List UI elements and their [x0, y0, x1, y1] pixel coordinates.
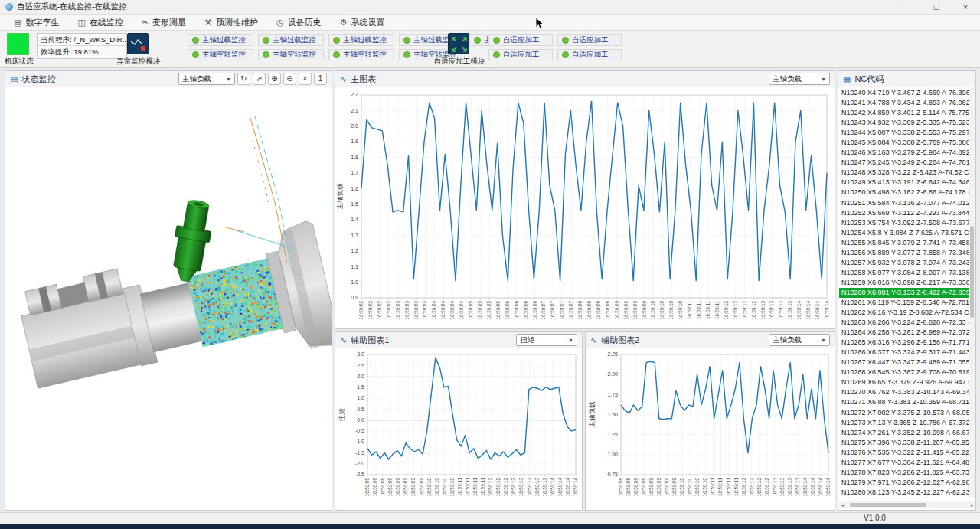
nc-line[interactable]: N10258 X5.977 Y-3.084 Z-8.097 A-73.138 — [839, 268, 969, 278]
nc-line[interactable]: N10254 X5.8 Y-3.084 Z-7.625 A-73.571 C — [839, 228, 969, 238]
svg-text:16:59:09: 16:59:09 — [642, 301, 647, 320]
nc-line[interactable]: N10247 X5.245 Y-3.249 Z-6.204 A-74.701 — [839, 158, 969, 168]
nc-line[interactable]: N10261 X6.119 Y-3.159 Z-8.546 A-72.701 — [839, 298, 969, 308]
toolbar: 机床状态 当前程序: /_N_WKS_DIR... 效率提升: 19.81% 异… — [0, 31, 980, 68]
menu-item-device-history[interactable]: ◷设备历史 — [267, 15, 331, 30]
nc-line[interactable]: N10245 X5.084 Y-3.308 Z-5.769 A-75.088 — [839, 138, 969, 148]
svg-text:0.75: 0.75 — [607, 472, 618, 477]
svg-text:16:59:08: 16:59:08 — [626, 478, 631, 497]
nc-line[interactable]: N10255 X5.845 Y-3.079 Z-7.741 A-73.458 — [839, 238, 969, 248]
adaptive-machining-badge: 自适应加工 — [488, 34, 553, 46]
svg-text:16:59:12: 16:59:12 — [741, 478, 746, 497]
export-view-button[interactable]: ⇗ — [253, 73, 266, 85]
nc-line[interactable]: N10276 X7.535 Y-3.322 Z-11.415 A-65.22 — [839, 448, 969, 458]
svg-text:1.7: 1.7 — [351, 170, 358, 175]
main-chart-signal-dropdown[interactable]: 主轴负载 ▼ — [769, 73, 830, 85]
adaptive-machining-module-icon[interactable] — [448, 33, 469, 54]
svg-text:16:59:03: 16:59:03 — [404, 301, 410, 320]
svg-text:3.0: 3.0 — [357, 351, 364, 357]
nc-hscroll-thumb[interactable] — [850, 503, 926, 507]
nc-line[interactable]: N10241 X4.788 Y-3.434 Z-4.893 A-76.062 — [839, 98, 969, 108]
nc-line[interactable]: N10256 X5.889 Y-3.077 Z-7.858 A-73.348 — [839, 248, 969, 258]
svg-text:16:59:12: 16:59:12 — [503, 478, 508, 497]
nc-line[interactable]: N10272 X7.002 Y-3.375 Z-10.573 A-68.05 — [839, 408, 969, 418]
nc-line[interactable]: N10252 X5.669 Y-3.112 Z-7.293 A-73.844 — [839, 208, 969, 218]
svg-text:16:59:09: 16:59:09 — [419, 478, 424, 497]
svg-text:16:59:02: 16:59:02 — [368, 301, 373, 320]
viewer-signal-dropdown[interactable]: 主轴负载 ▼ — [178, 73, 235, 85]
aux-chart1-signal-dropdown[interactable]: 扭矩 ▼ — [516, 334, 577, 346]
main-chart-canvas: 16:59:0216:59:0216:59:0216:59:0216:59:03… — [335, 87, 835, 328]
nc-vertical-scrollbar[interactable] — [969, 88, 975, 498]
nc-line[interactable]: N10275 X7.396 Y-3.338 Z-11.207 A-65.95 — [839, 438, 969, 448]
nc-line[interactable]: N10248 X5.328 Y-3.22 Z-6.423 A-74.52 C — [839, 168, 969, 178]
nc-line[interactable]: N10273 X7.13 Y-3.365 Z-10.786 A-67.372 — [839, 418, 969, 428]
svg-text:16:59:12: 16:59:12 — [511, 478, 516, 497]
nc-line[interactable]: N10249 X5.413 Y-3.191 Z-6.642 A-74.346 — [839, 178, 969, 188]
status-dot-icon — [403, 37, 410, 44]
nc-line[interactable]: N10280 X8.123 Y-3.245 Z-12.227 A-62.23 — [839, 488, 969, 498]
svg-text:2.5: 2.5 — [357, 363, 364, 368]
svg-text:16:59:07: 16:59:07 — [550, 301, 555, 320]
machine-status-indicator — [7, 33, 29, 55]
svg-text:-2.0: -2.0 — [355, 461, 364, 466]
close-button[interactable]: × — [951, 0, 980, 14]
scroll-left-icon[interactable]: ◂ — [839, 502, 846, 508]
nc-line[interactable]: N10242 X4.859 Y-3.401 Z-5.114 A-75.775 — [839, 108, 969, 118]
scroll-right-icon[interactable]: ▸ — [969, 502, 975, 508]
nc-line[interactable]: N10246 X5.163 Y-3.279 Z-5.984 A-74.892 — [839, 148, 969, 158]
minimize-button[interactable]: – — [893, 0, 922, 14]
maximize-button[interactable]: □ — [922, 0, 951, 14]
nc-line[interactable]: N10243 X4.932 Y-3.369 Z-5.335 A-75.523 — [839, 118, 969, 128]
aux-chart2-signal-dropdown[interactable]: 主轴负载 ▼ — [769, 334, 830, 346]
reset-view-button[interactable]: ↻ — [237, 73, 250, 85]
nc-line[interactable]: N10271 X6.88 Y-3.381 Z-10.359 A-68.711 — [839, 397, 969, 407]
svg-text:主轴负载: 主轴负载 — [336, 183, 344, 210]
nc-line[interactable]: N10253 X5.754 Y-3.092 Z-7.508 A-73.677 — [839, 218, 969, 228]
nc-line[interactable]: N10250 X5.498 Y-3.162 Z-6.86 A-74.178 C — [839, 188, 969, 198]
nc-line[interactable]: N10279 X7.971 Y-3.266 Z-12.027 A-62.98 — [839, 478, 969, 488]
nc-line[interactable]: N10240 X4.719 Y-3.467 Z-4.669 A-76.396 — [839, 88, 969, 98]
abnormal-monitor-module-icon[interactable] — [127, 33, 149, 54]
aux-chart2-canvas: 16:59:0816:59:0816:59:0816:59:0816:59:09… — [586, 348, 835, 510]
nc-line[interactable]: N10251 X5.584 Y-3.136 Z-7.077 A-74.012 — [839, 198, 969, 208]
nc-line[interactable]: N10267 X6.447 Y-3.347 Z-9.489 A-71.055 — [839, 358, 969, 367]
nc-line[interactable]: N10269 X6.65 Y-3.379 Z-9.926 A-69.947 C — [839, 377, 969, 387]
nc-line[interactable]: N10257 X5.932 Y-3.078 Z-7.974 A-73.243 — [839, 258, 969, 268]
menu-item-online-monitor[interactable]: ◫在线监控 — [68, 15, 132, 30]
nc-line[interactable]: N10259 X6.016 Y-3.098 Z-8.217 A-73.036 — [839, 278, 969, 288]
menu-item-predictive-maintenance[interactable]: ⚒预测性维护 — [195, 15, 267, 30]
nc-line[interactable]: N10263 X6.206 Y-3.224 Z-8.828 A-72.33 C — [839, 318, 969, 328]
nc-line[interactable]: N10270 X6.762 Y-3.383 Z-10.143 A-69.34 — [839, 387, 969, 397]
nc-line[interactable]: N10264 X6.258 Y-3.261 Z-8.989 A-72.072 — [839, 328, 969, 338]
nc-line[interactable]: N10278 X7.823 Y-3.286 Z-11.825 A-63.73 — [839, 468, 969, 478]
menu-item-label: 在线监控 — [90, 17, 123, 28]
nc-line[interactable]: N10268 X6.545 Y-3.367 Z-9.708 A-70.519 — [839, 367, 969, 377]
nc-line[interactable]: N10277 X7.677 Y-3.304 Z-11.621 A-64.48 — [839, 458, 969, 468]
badge-label: 主轴过载监控 — [273, 35, 316, 45]
menu-item-system-settings[interactable]: ⚙系统设置 — [331, 15, 394, 30]
nc-line[interactable]: N10244 X5.007 Y-3.338 Z-5.553 A-75.297 — [839, 128, 969, 138]
svg-text:16:59:10: 16:59:10 — [650, 301, 655, 320]
zoom-in-button[interactable]: ⊕ — [268, 73, 281, 85]
svg-text:2.00: 2.00 — [607, 371, 618, 377]
svg-text:16:59:12: 16:59:12 — [742, 301, 747, 320]
nc-line[interactable]: N10265 X6.316 Y-3.296 Z-9.156 A-71.771 — [839, 338, 969, 348]
nc-line[interactable]: N10266 X6.377 Y-3.324 Z-9.317 A-71.443 — [839, 348, 969, 358]
view-preset-button[interactable]: 1 — [314, 73, 327, 85]
nc-line[interactable]: N10262 X6.16 Y-3.19 Z-8.682 A-72.534 C — [839, 308, 969, 318]
overload-monitor-badge: 主轴过载监控 — [328, 34, 394, 46]
menu-item-digital-twin[interactable]: ▤数字孪生 — [5, 15, 68, 30]
nc-line[interactable]: N10274 X7.261 Y-3.352 Z-10.998 A-66.67 — [839, 428, 969, 438]
svg-text:16:59:12: 16:59:12 — [724, 301, 729, 320]
status-panel-header: ▤ 状态监控 主轴负载 ▼ ↻⇗⊕⊖×1 — [5, 71, 332, 87]
menu-item-label: 设备历史 — [288, 17, 322, 28]
fit-view-button[interactable]: × — [299, 73, 312, 85]
machine-3d-viewport[interactable] — [5, 87, 332, 510]
nc-line[interactable]: N10260 X6.081 Y-3.133 Z-8.422 A-72.835 — [839, 288, 969, 298]
nc-horizontal-scrollbar[interactable]: ◂ ▸ — [839, 501, 975, 508]
svg-text:16:59:10: 16:59:10 — [434, 478, 439, 497]
nc-vscroll-thumb[interactable] — [970, 226, 974, 318]
zoom-out-button[interactable]: ⊖ — [283, 73, 296, 85]
menu-item-deformation-measure[interactable]: ✂变形测量 — [132, 15, 195, 30]
